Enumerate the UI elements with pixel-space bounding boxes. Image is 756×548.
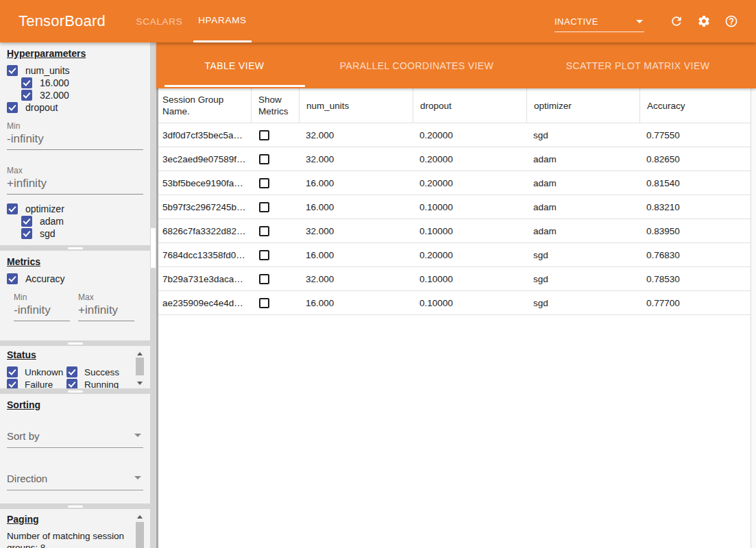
- optimizer-cell: adam: [526, 226, 639, 236]
- show-metrics-checkbox[interactable]: [259, 178, 269, 188]
- table-scrollbar-gutter[interactable]: [751, 88, 756, 548]
- dropout-cell: 0.10000: [413, 202, 526, 212]
- hparam-value-row: 16.000: [21, 77, 143, 89]
- main-content: TABLE VIEW PARALLEL COORDINATES VIEW SCA…: [156, 42, 756, 548]
- sort-by-select[interactable]: Sort by: [7, 430, 143, 448]
- num-units-32-checkbox[interactable]: [21, 90, 32, 101]
- table-row[interactable]: ae235909ec4e4d… 16.000 0.10000 sgd 0.777…: [158, 291, 751, 315]
- panel-resize-handle[interactable]: [0, 340, 150, 346]
- status-success-checkbox[interactable]: [66, 366, 77, 377]
- status-running-checkbox[interactable]: [66, 379, 77, 388]
- num-units-cell: 32.000: [299, 274, 413, 284]
- status-failure-label: Failure: [25, 379, 53, 389]
- scrollbar-thumb[interactable]: [136, 522, 144, 548]
- scrollbar-thumb[interactable]: [151, 228, 156, 268]
- optimizer-sgd-checkbox[interactable]: [21, 228, 32, 239]
- panel-resize-handle[interactable]: [0, 503, 150, 509]
- show-metrics-checkbox[interactable]: [259, 154, 269, 164]
- direction-select[interactable]: Direction: [7, 473, 143, 490]
- refresh-icon[interactable]: [670, 14, 683, 28]
- column-header-show-metrics[interactable]: Show Metrics: [251, 88, 299, 123]
- status-failure-checkbox[interactable]: [7, 379, 18, 388]
- scroll-up-arrow-icon: [137, 515, 143, 519]
- column-header-dropout[interactable]: dropout: [413, 88, 526, 123]
- dropout-cell: 0.20000: [413, 250, 526, 260]
- status-unknown-checkbox[interactable]: [7, 366, 18, 377]
- tab-scalars[interactable]: SCALARS: [130, 0, 188, 42]
- accuracy-min-label: Min: [14, 292, 70, 302]
- column-header-accuracy[interactable]: Accuracy: [639, 88, 751, 123]
- paging-scrollbar[interactable]: [136, 513, 144, 548]
- status-options: Unknown Success Failure Running: [7, 366, 143, 388]
- toolbar-controls: INACTIVE: [554, 0, 756, 42]
- session-group-name-cell: 6826c7fa3322d82…: [158, 226, 251, 236]
- gear-icon[interactable]: [697, 14, 711, 28]
- status-scrollbar[interactable]: [136, 350, 144, 387]
- sidebar-scrollbar[interactable]: [150, 42, 156, 548]
- panel-resize-handle[interactable]: [0, 388, 150, 394]
- session-groups-table: Session Group Name. Show Metrics num_uni…: [156, 88, 751, 548]
- panel-resize-handle[interactable]: [0, 245, 150, 251]
- num-units-checkbox[interactable]: [7, 65, 18, 76]
- show-metrics-checkbox[interactable]: [259, 274, 269, 284]
- metric-accuracy-row: Accuracy: [7, 273, 143, 285]
- plugin-tabs: SCALARS HPARAMS: [130, 0, 252, 42]
- scrollbar-thumb[interactable]: [136, 358, 144, 375]
- tab-parallel-coordinates-view[interactable]: PARALLEL COORDINATES VIEW: [313, 42, 521, 88]
- dropout-cell: 0.20000: [413, 178, 526, 188]
- optimizer-adam-checkbox[interactable]: [21, 216, 32, 227]
- table-row[interactable]: 6826c7fa3322d82… 32.000 0.10000 adam 0.8…: [158, 219, 751, 243]
- show-metrics-checkbox[interactable]: [259, 202, 269, 212]
- chevron-down-icon: [134, 434, 141, 437]
- dropout-cell: 0.10000: [413, 274, 526, 284]
- help-icon[interactable]: [724, 14, 738, 28]
- tab-hparams[interactable]: HPARAMS: [193, 0, 252, 42]
- hparam-value-row: sgd: [21, 227, 143, 240]
- tab-scatter-plot-matrix-view[interactable]: SCATTER PLOT MATRIX VIEW: [521, 42, 755, 88]
- top-toolbar: TensorBoard SCALARS HPARAMS INACTIVE: [0, 0, 756, 42]
- status-heading: Status: [7, 349, 143, 360]
- num-units-cell: 32.000: [299, 154, 413, 164]
- drag-grip: [68, 247, 83, 249]
- show-metrics-checkbox[interactable]: [259, 250, 269, 260]
- num-units-cell: 16.000: [299, 178, 413, 188]
- session-group-name-cell: 3ec2aed9e07589f…: [158, 154, 251, 164]
- dropout-checkbox[interactable]: [7, 102, 18, 113]
- table-row[interactable]: 3df0d7cf35bec5a… 32.000 0.20000 sgd 0.77…: [158, 123, 751, 147]
- table-row[interactable]: 53bf5bece9190fa… 16.000 0.20000 adam 0.8…: [158, 171, 751, 195]
- sorting-panel: Sorting Sort by Direction: [0, 394, 150, 503]
- accuracy-min-input[interactable]: [14, 302, 70, 321]
- tab-table-view[interactable]: TABLE VIEW: [156, 42, 313, 88]
- dropout-min-input[interactable]: [7, 131, 143, 150]
- app-title: TensorBoard: [19, 12, 106, 30]
- dropout-cell: 0.10000: [413, 226, 526, 236]
- optimizer-adam-label: adam: [40, 216, 64, 227]
- column-header-optimizer[interactable]: optimizer: [526, 88, 639, 123]
- hparam-optimizer-row: optimizer: [7, 203, 143, 215]
- hparam-value-row: 32.000: [21, 89, 143, 101]
- num-units-16-checkbox[interactable]: [21, 77, 32, 88]
- column-header-session-group-name[interactable]: Session Group Name.: [158, 88, 251, 123]
- optimizer-cell: sgd: [526, 298, 639, 308]
- reload-status-dropdown[interactable]: INACTIVE: [554, 16, 644, 32]
- table-row[interactable]: 3ec2aed9e07589f… 32.000 0.20000 adam 0.8…: [158, 147, 751, 171]
- table-row[interactable]: 5b97f3c2967245b… 16.000 0.10000 adam 0.8…: [158, 195, 751, 219]
- optimizer-cell: sgd: [526, 130, 639, 140]
- optimizer-checkbox[interactable]: [7, 203, 18, 214]
- session-group-name-cell: ae235909ec4e4d…: [158, 298, 251, 308]
- accuracy-min-max: Min Max: [14, 292, 143, 321]
- accuracy-checkbox[interactable]: [7, 273, 18, 284]
- num-units-cell: 16.000: [299, 298, 413, 308]
- show-metrics-checkbox[interactable]: [259, 226, 269, 236]
- table-row[interactable]: 7684dcc13358fd0… 16.000 0.20000 sgd 0.76…: [158, 243, 751, 267]
- status-success-label: Success: [84, 367, 119, 377]
- table-row[interactable]: 7b29a731e3daca… 32.000 0.10000 sgd 0.785…: [158, 267, 751, 291]
- column-header-num-units[interactable]: num_units: [299, 88, 413, 123]
- show-metrics-checkbox[interactable]: [259, 130, 269, 140]
- dropout-max-input[interactable]: [7, 175, 143, 195]
- num-units-cell: 16.000: [299, 202, 413, 212]
- accuracy-cell: 0.78530: [639, 274, 751, 284]
- scroll-down-arrow-icon: [137, 382, 143, 385]
- show-metrics-checkbox[interactable]: [259, 298, 269, 308]
- accuracy-max-input[interactable]: [78, 302, 134, 321]
